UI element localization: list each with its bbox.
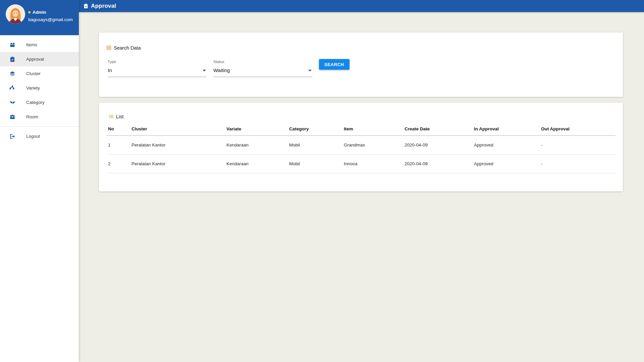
- status-label: Status: [213, 60, 312, 64]
- sidebar-item-category[interactable]: Category: [0, 95, 79, 110]
- layers-icon: [9, 71, 15, 77]
- cell-in-approval: Approved: [472, 155, 539, 173]
- table-row: 2 Peralatan Kantor Kendaraan Mobil Innov…: [106, 155, 615, 173]
- sign-out-icon: [9, 133, 15, 139]
- sidebar-item-room[interactable]: Room: [0, 110, 79, 124]
- cell-create-date: 2020-04-09: [403, 136, 472, 155]
- list-card: List No Cluster Variate Category Item Cr…: [99, 103, 623, 191]
- cell-cluster: Peralatan Kantor: [130, 136, 225, 155]
- col-header-category: Category: [287, 124, 342, 136]
- col-header-cluster: Cluster: [130, 124, 225, 136]
- page-title: Approval: [91, 3, 116, 9]
- items-icon: [9, 42, 15, 48]
- col-header-item: Item: [342, 124, 403, 136]
- sidebar-item-label: Category: [26, 100, 45, 105]
- cell-category: Mobil: [287, 136, 342, 155]
- cell-no: 1: [106, 136, 130, 155]
- cell-item: Grandmax: [342, 136, 403, 155]
- online-status-dot: [28, 11, 31, 13]
- sidebar-item-label: Logout: [26, 134, 40, 139]
- avatar: [6, 4, 25, 24]
- sidebar-item-variety[interactable]: Variety: [0, 81, 79, 95]
- user-name-label: Admin: [33, 10, 46, 15]
- sidebar-item-label: Approval: [26, 57, 44, 62]
- col-header-in-approval: In Approval: [472, 124, 539, 136]
- sidebar-item-label: Cluster: [26, 71, 41, 76]
- sidebar-item-logout[interactable]: Logout: [0, 129, 79, 143]
- status-field-group: Status Waiting: [213, 60, 312, 77]
- col-header-variate: Variate: [225, 124, 287, 136]
- cell-item: Innova: [342, 155, 403, 173]
- cell-out-approval: -: [539, 155, 615, 173]
- status-select[interactable]: Waiting: [213, 67, 312, 77]
- sidebar-item-label: Room: [26, 114, 38, 119]
- sidebar-item-label: Items: [26, 42, 37, 47]
- chevron-down-icon: [203, 70, 206, 71]
- approval-icon: [9, 56, 15, 62]
- user-name: Admin: [28, 10, 73, 15]
- list-ul-icon: [108, 114, 114, 119]
- list-card-title: List: [99, 103, 623, 119]
- status-select-value: Waiting: [213, 67, 230, 74]
- cell-variate: Kendaraan: [225, 155, 287, 173]
- approval-table: No Cluster Variate Category Item Create …: [106, 124, 615, 173]
- search-card-title: Search Data: [99, 33, 623, 51]
- sidebar-item-items[interactable]: Items: [0, 38, 79, 52]
- cell-create-date: 2020-04-09: [403, 155, 472, 173]
- type-label: Type: [108, 60, 207, 64]
- seedling-icon: [9, 100, 15, 106]
- list-alt-icon: [106, 45, 112, 51]
- clipboard-check-icon: [83, 3, 89, 9]
- sidebar: Admin bagusays@gmail.com Items Approval …: [0, 0, 79, 362]
- table-header-row: No Cluster Variate Category Item Create …: [106, 124, 615, 136]
- list-card-title-label: List: [116, 114, 124, 119]
- cell-out-approval: -: [539, 136, 615, 155]
- page-header: Approval: [79, 0, 644, 12]
- search-card: Search Data Type In Status Waiting SEARC…: [99, 33, 623, 97]
- cell-category: Mobil: [287, 155, 342, 173]
- type-select-value: In: [108, 67, 112, 74]
- cell-cluster: Peralatan Kantor: [130, 155, 225, 173]
- type-field-group: Type In: [108, 60, 207, 77]
- chevron-down-icon: [308, 70, 312, 71]
- sitemap-icon: [9, 85, 15, 91]
- sidebar-menu: Items Approval Cluster Variety Category …: [0, 35, 79, 143]
- sidebar-item-cluster[interactable]: Cluster: [0, 66, 79, 81]
- user-email: bagusays@gmail.com: [28, 17, 73, 22]
- cell-in-approval: Approved: [472, 136, 539, 155]
- cell-no: 2: [106, 155, 130, 173]
- table-row: 1 Peralatan Kantor Kendaraan Mobil Grand…: [106, 136, 615, 155]
- search-button[interactable]: SEARCH: [319, 59, 350, 70]
- col-header-create-date: Create Date: [403, 124, 472, 136]
- briefcase-icon: [9, 114, 15, 120]
- menu-divider: [0, 126, 79, 127]
- type-select[interactable]: In: [108, 67, 207, 77]
- user-info: Admin bagusays@gmail.com: [28, 10, 73, 22]
- sidebar-item-label: Variety: [26, 85, 40, 90]
- search-card-title-label: Search Data: [114, 45, 141, 51]
- col-header-out-approval: Out Approval: [539, 124, 615, 136]
- cell-variate: Kendaraan: [225, 136, 287, 155]
- col-header-no: No: [106, 124, 130, 136]
- sidebar-item-approval[interactable]: Approval: [0, 52, 79, 66]
- user-panel: Admin bagusays@gmail.com: [0, 0, 79, 35]
